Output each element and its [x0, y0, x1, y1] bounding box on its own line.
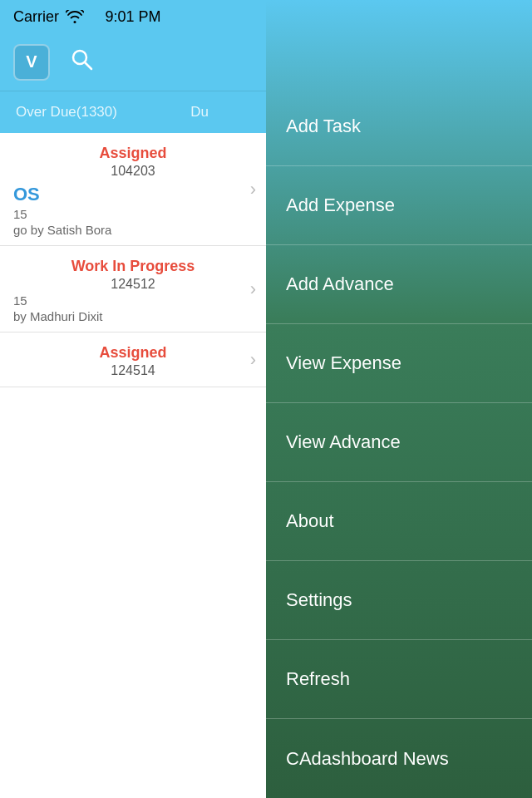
task-card-3[interactable]: Assigned 124514 › — [0, 332, 266, 387]
chevron-right-icon-1: › — [250, 179, 256, 200]
side-menu: Add Task Add Expense Add Advance View Ex… — [266, 0, 532, 798]
tab-overdue[interactable]: Over Due(1330) — [0, 104, 133, 121]
task-number-3: 124514 — [13, 363, 253, 378]
task-card-2[interactable]: Work In Progress 124512 15 by Madhuri Di… — [0, 246, 266, 332]
task-status-2: Work In Progress — [13, 258, 253, 275]
chevron-right-icon-3: › — [250, 349, 256, 371]
wifi-icon — [66, 10, 84, 23]
task-title-1: OS — [13, 184, 253, 205]
svg-line-1 — [85, 62, 91, 69]
task-card-1[interactable]: Assigned 104203 OS 15 go by Satish Bora … — [0, 133, 266, 246]
menu-item-about[interactable]: About — [266, 482, 532, 561]
menu-item-settings[interactable]: Settings — [266, 561, 532, 640]
menu-item-add-expense[interactable]: Add Expense — [266, 166, 532, 245]
task-status-1: Assigned — [13, 145, 253, 162]
menu-spacer — [266, 0, 532, 87]
status-bar-left: Carrier — [13, 8, 84, 26]
left-panel: Carrier 9:01 PM V — [0, 0, 266, 798]
menu-item-view-advance[interactable]: View Advance — [266, 403, 532, 482]
task-list: Assigned 104203 OS 15 go by Satish Bora … — [0, 133, 266, 798]
status-bar-time: 9:01 PM — [105, 8, 160, 26]
task-assigned-by-2: by Madhuri Dixit — [13, 309, 253, 323]
menu-item-add-task[interactable]: Add Task — [266, 87, 532, 166]
task-days-2: 15 — [13, 293, 253, 308]
task-number-1: 104203 — [13, 164, 253, 179]
menu-item-add-advance[interactable]: Add Advance — [266, 245, 532, 324]
tab-due[interactable]: Du — [133, 104, 266, 121]
tab-bar: Over Due(1330) Du — [0, 91, 266, 133]
menu-item-refresh[interactable]: Refresh — [266, 640, 532, 719]
search-icon[interactable] — [70, 47, 93, 76]
carrier-label: Carrier — [13, 8, 59, 26]
task-status-3: Assigned — [13, 344, 253, 362]
menu-item-view-expense[interactable]: View Expense — [266, 324, 532, 403]
avatar[interactable]: V — [13, 44, 50, 81]
chevron-right-icon-2: › — [250, 278, 256, 300]
menu-item-cadashboard-news[interactable]: CAdashboard News — [266, 719, 532, 798]
task-number-2: 124512 — [13, 277, 253, 292]
task-assigned-by-1: go by Satish Bora — [13, 223, 253, 237]
task-detail-1: 15 — [13, 207, 253, 221]
